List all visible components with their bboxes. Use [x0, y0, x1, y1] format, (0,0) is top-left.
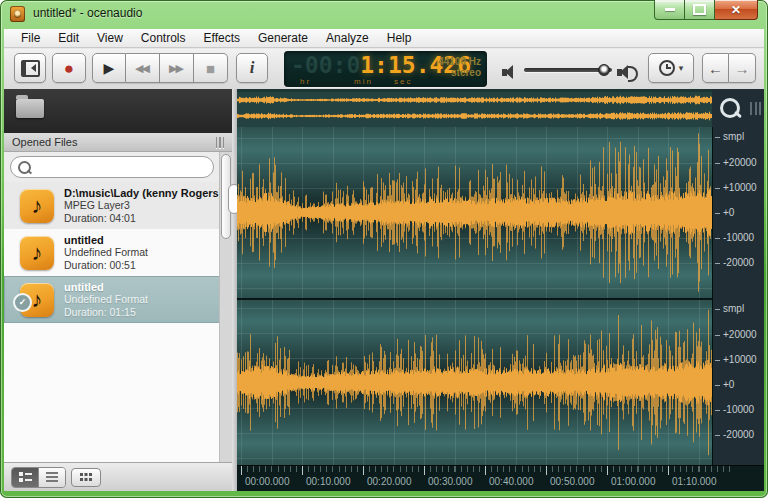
volume-slider-knob[interactable]	[598, 64, 610, 76]
ruler-tick-label: -10000	[715, 232, 754, 243]
file-item-1[interactable]: ♪ D:\music\Lady (kenny Rogers).mp3 MPEG …	[4, 182, 232, 229]
overview-grip-handle[interactable]	[750, 102, 761, 115]
play-button[interactable]: ▶	[92, 53, 126, 83]
rewind-button[interactable]: ◀◀	[126, 53, 160, 83]
ruler-tick-label: +20000	[715, 157, 757, 168]
waveform-editor: smpl +20000 +10000 +0 -10000 -20000 smpl…	[237, 89, 764, 491]
volume-slider[interactable]	[524, 68, 612, 72]
transport-group: ▶ ◀◀ ▶▶ ■	[92, 53, 228, 83]
record-icon: ●	[64, 60, 74, 77]
menu-generate[interactable]: Generate	[249, 29, 317, 47]
grid-icon	[80, 473, 92, 481]
menu-effects[interactable]: Effects	[195, 29, 249, 47]
ruler-tick-label: +0	[715, 379, 734, 390]
menu-view[interactable]: View	[88, 29, 132, 47]
file-item-2[interactable]: ♪ untitled Undefined Format Duration: 00…	[4, 229, 232, 276]
waveform-overview[interactable]	[237, 89, 712, 127]
stop-button[interactable]: ■	[194, 53, 228, 83]
view-mode-group	[11, 467, 66, 488]
waveform-view: smpl +20000 +10000 +0 -10000 -20000 smpl…	[237, 127, 764, 465]
ruler-tick-label: -20000	[715, 257, 754, 268]
titlebar[interactable]: untitled* - ocenaudio ✕	[0, 0, 768, 29]
ruler-tick-label: -20000	[715, 429, 754, 440]
app-icon	[10, 6, 25, 22]
ruler-tick-label: +20000	[715, 329, 757, 340]
file-duration: Duration: 00:51	[64, 259, 148, 272]
ruler-unit-label: smpl	[715, 303, 744, 314]
compact-list-icon	[46, 472, 58, 482]
ruler-unit-label: smpl	[715, 131, 744, 142]
search-icon	[18, 161, 31, 174]
stop-icon: ■	[206, 60, 215, 77]
file-format: MPEG Layer3	[64, 199, 232, 212]
menu-controls[interactable]: Controls	[132, 29, 195, 47]
app-window: untitled* - ocenaudio ✕ File Edit View C…	[0, 0, 768, 498]
file-name: untitled	[64, 281, 148, 293]
music-note-icon: ♪	[32, 289, 43, 311]
toggle-sidebar-button[interactable]	[14, 53, 46, 83]
arrow-right-icon: →	[735, 60, 750, 77]
time-format-dropdown-button[interactable]: ▾	[648, 53, 694, 83]
sidebar-header	[4, 89, 232, 133]
music-note-icon: ♪	[32, 242, 43, 264]
search-input[interactable]	[31, 158, 213, 176]
file-name: D:\music\Lady (kenny Rogers).mp3	[64, 187, 232, 199]
timeline-minor-ticks	[241, 466, 733, 472]
ruler-channel-2: smpl +20000 +10000 +0 -10000 -20000	[713, 299, 764, 465]
view-detailed-list-button[interactable]	[12, 468, 38, 487]
window-controls: ✕	[654, 0, 758, 20]
chevron-down-icon: ▾	[679, 63, 684, 73]
view-compact-list-button[interactable]	[38, 468, 65, 487]
sidebar: Opened Files ♪ D:\music\Lady (kenny Roge…	[4, 89, 232, 491]
record-button[interactable]: ●	[52, 53, 86, 83]
minimize-icon	[665, 8, 675, 11]
info-icon: i	[250, 58, 255, 78]
fast-forward-button[interactable]: ▶▶	[160, 53, 194, 83]
search-row	[4, 152, 232, 182]
menu-edit[interactable]: Edit	[49, 29, 88, 47]
music-note-icon: ♪	[32, 195, 43, 217]
audio-format-info: 44100 Hz stereo	[438, 56, 481, 78]
maximize-button[interactable]	[685, 0, 715, 20]
window-title: untitled* - ocenaudio	[33, 6, 142, 20]
active-check-icon: ✓	[13, 293, 32, 312]
ruler-tick-label: +10000	[715, 354, 757, 365]
menu-analyze[interactable]: Analyze	[317, 29, 378, 47]
undo-back-button[interactable]: ←	[702, 53, 729, 83]
waveform-canvas[interactable]	[237, 127, 712, 465]
time-dim-digits: -00:0	[291, 52, 360, 78]
file-duration: Duration: 01:15	[64, 306, 148, 319]
menu-file[interactable]: File	[12, 29, 49, 47]
toolbar: ● ▶ ◀◀ ▶▶ ■ i -00:01:15.426 hr min sec	[4, 49, 764, 90]
close-button[interactable]: ✕	[715, 0, 758, 20]
clock-icon	[659, 60, 675, 76]
panel-grip-handle[interactable]	[216, 137, 233, 148]
panel-toggle-icon	[21, 60, 40, 77]
redo-forward-button[interactable]: →	[729, 53, 756, 83]
minimize-button[interactable]	[654, 0, 685, 20]
sidebar-bottom-bar	[4, 462, 232, 491]
file-item-3-selected[interactable]: ♪ ✓ untitled Undefined Format Duration: …	[4, 276, 232, 323]
panel-title-bar: Opened Files	[4, 133, 232, 152]
volume-control	[502, 60, 642, 78]
info-button[interactable]: i	[236, 53, 268, 83]
fast-forward-icon: ▶▶	[169, 62, 184, 75]
opened-files-list: ♪ D:\music\Lady (kenny Rogers).mp3 MPEG …	[4, 182, 232, 462]
view-grid-button[interactable]	[71, 468, 101, 487]
audio-file-icon: ♪	[20, 236, 54, 270]
timeline-ruler[interactable]: 00:00.000 00:10.000 00:20.000 00:30.000 …	[237, 465, 764, 491]
file-format: Undefined Format	[64, 246, 148, 259]
opened-files-tab[interactable]	[16, 99, 44, 118]
ruler-channel-1: smpl +20000 +10000 +0 -10000 -20000	[713, 127, 764, 298]
maximize-icon	[693, 4, 706, 15]
nav-group: ← →	[702, 53, 756, 83]
zoom-search-icon[interactable]	[720, 98, 740, 118]
play-icon: ▶	[104, 60, 115, 76]
detailed-list-icon	[19, 472, 32, 482]
search-box[interactable]	[10, 156, 214, 178]
menu-help[interactable]: Help	[378, 29, 421, 47]
file-format: Undefined Format	[64, 293, 148, 306]
amplitude-ruler[interactable]: smpl +20000 +10000 +0 -10000 -20000 smpl…	[712, 127, 764, 465]
arrow-left-icon: ←	[708, 60, 723, 77]
file-duration: Duration: 04:01	[64, 212, 232, 225]
